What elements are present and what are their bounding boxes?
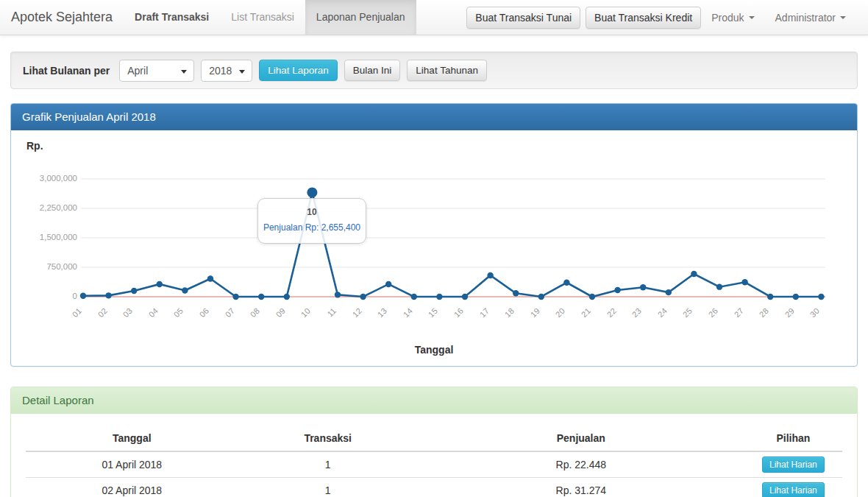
caret-down-icon [749, 16, 755, 19]
data-point[interactable] [462, 294, 468, 300]
data-point[interactable] [105, 292, 111, 298]
sales-line-chart: Rp. Tanggal 3,000,0002,250,0001,500,0007… [11, 130, 857, 366]
monthly-filter-bar: Lihat Bulanan per April 2018 Lihat Lapor… [10, 52, 858, 89]
nav-item-draft-transaksi[interactable]: Draft Transaksi [124, 0, 220, 35]
data-point[interactable] [614, 287, 620, 293]
y-axis-tick-label: 2,250,000 [21, 203, 77, 212]
chart-panel-title: Grafik Penjualan April 2018 [11, 104, 857, 130]
chart-tooltip: 10 Penjualan Rp: 2,655,400 [257, 198, 366, 244]
detail-panel-body: TanggalTransaksiPenjualanPilihan 01 Apri… [11, 414, 857, 497]
data-point[interactable] [182, 287, 188, 293]
data-point[interactable] [818, 294, 824, 300]
data-point[interactable] [589, 294, 595, 300]
data-point[interactable] [232, 294, 238, 300]
brand-link[interactable]: Apotek Sejahtera [0, 0, 124, 35]
cell-penjualan: Rp. 31.274 [418, 478, 744, 497]
data-point[interactable] [436, 294, 442, 300]
data-point[interactable] [716, 283, 722, 289]
cell-tanggal: 02 April 2018 [26, 478, 238, 497]
bulan-ini-button[interactable]: Bulan Ini [344, 60, 401, 81]
filter-label: Lihat Bulanan per [23, 65, 110, 77]
buat-transaksi-kredit-button[interactable]: Buat Transaksi Kredit [586, 7, 701, 29]
data-point[interactable] [793, 294, 799, 300]
table-row: 01 April 20181Rp. 22.448Lihat Harian [26, 451, 842, 478]
chart-canvas [11, 130, 857, 366]
nav-item-laporan-penjualan[interactable]: Laponan Penjualan [305, 0, 416, 35]
column-header: Penjualan [418, 426, 744, 451]
produk-dropdown-label: Produk [711, 12, 744, 24]
data-point[interactable] [385, 281, 391, 287]
y-axis-tick-label: 0 [21, 292, 77, 300]
table-row: 02 April 20181Rp. 31.274Lihat Harian [26, 478, 842, 497]
data-point[interactable] [207, 275, 213, 281]
cell-pilihan: Lihat Harian [744, 451, 842, 478]
year-select-wrap: 2018 [201, 60, 252, 82]
data-point[interactable] [360, 294, 366, 300]
data-point[interactable] [411, 294, 417, 300]
administrator-dropdown[interactable]: Administrator [765, 12, 856, 24]
selected-data-point[interactable] [307, 187, 317, 197]
lihat-harian-button[interactable]: Lihat Harian [762, 457, 825, 473]
data-point[interactable] [538, 294, 544, 300]
month-select-wrap: April [119, 60, 194, 82]
data-point[interactable] [80, 293, 86, 299]
produk-dropdown[interactable]: Produk [701, 12, 764, 24]
lihat-tahunan-button[interactable]: Lihat Tahunan [407, 60, 487, 81]
data-point[interactable] [335, 292, 341, 297]
data-point[interactable] [157, 281, 163, 287]
data-point[interactable] [640, 284, 646, 290]
data-point[interactable] [513, 290, 519, 296]
tooltip-day: 10 [258, 207, 366, 217]
data-point[interactable] [131, 288, 137, 294]
data-point[interactable] [258, 294, 264, 300]
detail-panel-title: Detail Laporan [11, 387, 857, 414]
data-point[interactable] [487, 272, 493, 278]
cell-tanggal: 01 April 2018 [26, 451, 238, 478]
tooltip-value: Penjualan Rp: 2,655,400 [258, 222, 366, 233]
top-navbar: Apotek Sejahtera Draft Transaksi List Tr… [0, 0, 868, 35]
data-point[interactable] [666, 289, 672, 295]
y-axis-tick-label: 3,000,000 [21, 174, 77, 183]
column-header: Tanggal [26, 426, 238, 451]
cell-pilihan: Lihat Harian [744, 478, 842, 497]
month-select[interactable]: April [120, 60, 193, 81]
administrator-dropdown-label: Administrator [775, 12, 836, 24]
year-select[interactable]: 2018 [202, 60, 252, 81]
data-point[interactable] [563, 280, 569, 286]
y-axis-tick-label: 1,500,000 [21, 233, 77, 242]
cell-transaksi: 1 [238, 451, 418, 478]
caret-down-icon [840, 16, 846, 19]
column-header: Pilihan [744, 426, 842, 451]
lihat-harian-button[interactable]: Lihat Harian [762, 482, 825, 497]
data-point[interactable] [284, 294, 290, 300]
x-axis-title: Tanggal [11, 344, 857, 356]
data-point[interactable] [691, 271, 697, 277]
detail-report-panel: Detail Laporan TanggalTransaksiPenjualan… [10, 387, 858, 497]
report-table: TanggalTransaksiPenjualanPilihan 01 Apri… [26, 426, 842, 497]
column-header: Transaksi [238, 426, 418, 451]
cell-transaksi: 1 [238, 478, 418, 497]
nav-item-list-transaksi[interactable]: List Transaksi [220, 0, 305, 35]
lihat-laporan-button[interactable]: Lihat Laporan [259, 60, 338, 81]
y-axis-tick-label: 750,000 [21, 262, 77, 271]
data-point[interactable] [767, 294, 773, 300]
data-point[interactable] [741, 279, 747, 285]
buat-transaksi-tunai-button[interactable]: Buat Transaksi Tunai [466, 7, 580, 29]
table-header-row: TanggalTransaksiPenjualanPilihan [26, 426, 842, 451]
sales-chart-panel: Grafik Penjualan April 2018 Rp. Tanggal … [10, 103, 858, 367]
apotek-sales-report-page: { "navbar": { "brand": "Apotek Sejahtera… [0, 0, 868, 497]
cell-penjualan: Rp. 22.448 [418, 451, 744, 478]
navbar-right-group: Buat Transaksi Tunai Buat Transaksi Kred… [461, 0, 868, 35]
